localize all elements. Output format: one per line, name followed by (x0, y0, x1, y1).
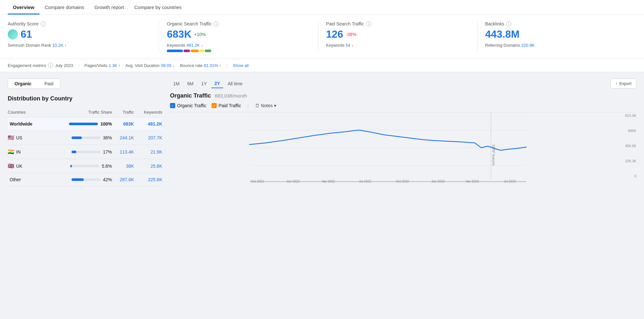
main-content: Organic Paid Distribution by Country Cou… (0, 72, 644, 193)
share-bar-bg (70, 165, 99, 167)
traffic-cell: 244.1K (112, 131, 134, 145)
time-1y[interactable]: 1Y (198, 80, 210, 88)
engagement-divider-2: | (227, 63, 228, 68)
nav-compare-domains[interactable]: Compare domains (40, 0, 90, 14)
country-name-text: IN (16, 149, 21, 155)
organic-traffic-checkbox[interactable]: ✓ (170, 103, 175, 108)
share-bar-bg (71, 178, 100, 181)
svg-text:Jan 2023: Jan 2023 (431, 180, 445, 183)
keywords-cell: 225.8K (134, 173, 162, 186)
chart-title-row: Organic Traffic 683,038/month (170, 92, 636, 99)
metrics-row: Authority Score i 61 Semrush Domain Rank… (0, 15, 644, 59)
paid-traffic-checkbox[interactable]: ✓ (212, 103, 217, 108)
export-button[interactable]: ↑ Export (611, 79, 636, 89)
svg-text:Oct 2022: Oct 2022 (396, 180, 409, 183)
share-bar-fill (69, 123, 98, 125)
pages-visits-up-arrow: ↑ (118, 63, 120, 68)
nav-compare-countries[interactable]: Compare by countries (129, 0, 187, 14)
notes-button[interactable]: 🗒 Notes ▾ (255, 103, 276, 108)
top-navigation: Overview Compare domains Growth report C… (0, 0, 644, 15)
time-1m[interactable]: 1M (170, 80, 183, 88)
traffic-share-cell: 42% (46, 173, 112, 186)
svg-text:Jan 2022: Jan 2022 (287, 180, 300, 183)
right-panel: 1M 6M 1Y 2Y All time ↑ Export Organic Tr… (170, 79, 636, 186)
backlinks-value: 443.8M (485, 28, 629, 40)
chart-subtitle: 683,038/month (215, 93, 247, 99)
time-2y[interactable]: 2Y (211, 79, 223, 88)
country-name-text: Other (10, 177, 21, 182)
table-row[interactable]: 🇺🇸 US 36% 244.1K 207.7K (8, 131, 162, 145)
share-pct: 36% (103, 135, 112, 140)
table-row[interactable]: Other 42% 287.6K 225.8K (8, 173, 162, 186)
left-panel: Organic Paid Distribution by Country Cou… (8, 79, 162, 186)
kw-bar-purple (184, 50, 190, 52)
authority-circle-icon (8, 29, 18, 40)
authority-score-card: Authority Score i 61 Semrush Domain Rank… (8, 21, 159, 52)
svg-text:Jul 2023: Jul 2023 (504, 180, 516, 183)
visit-duration-metric: Avg. Visit Duration 06:05 ↓ (125, 63, 175, 68)
country-table: Countries Traffic Share Traffic Keywords… (8, 107, 162, 186)
organic-traffic-value: 683K +10% (167, 28, 310, 40)
traffic-cell: 113.4K (112, 145, 134, 159)
country-name-text: Worldwide (10, 121, 33, 127)
organic-keywords-down-arrow: ↓ (201, 43, 204, 48)
col-traffic: Traffic (112, 107, 134, 117)
organic-keywords-sub: Keywords 481.2K ↓ (167, 43, 310, 48)
organic-traffic-card: Organic Search Traffic i 683K +10% Keywo… (159, 21, 318, 52)
paid-traffic-value: 126 -38% (326, 28, 469, 40)
country-name-text: UK (16, 164, 22, 169)
country-flag: 🇬🇧 (8, 163, 14, 169)
tab-organic[interactable]: Organic (8, 79, 38, 89)
traffic-cell: 38K (112, 159, 134, 173)
table-row[interactable]: 🇬🇧 UK 5.6% 38K 25.8K (8, 159, 162, 173)
traffic-share-cell: 36% (46, 131, 112, 145)
svg-text:Jul 2022: Jul 2022 (359, 180, 371, 183)
col-countries: Countries (8, 107, 46, 117)
keyword-bars (167, 50, 310, 52)
y-axis-labels: 913.3K 685K 456.6K 228.3K 0 (619, 112, 636, 183)
backlinks-info-icon[interactable]: i (506, 21, 511, 26)
kw-bar-blue (167, 50, 183, 52)
legend-paid[interactable]: ✓ Paid Traffic (212, 103, 241, 108)
share-bar-fill (71, 151, 76, 153)
traffic-share-cell: 17% (46, 145, 112, 159)
share-pct: 42% (103, 177, 112, 182)
time-6m[interactable]: 6M (184, 80, 196, 88)
share-bar-fill (71, 136, 82, 139)
country-name-cell: 🇺🇸 US (8, 131, 46, 145)
share-bar-bg (69, 123, 98, 125)
visit-duration-down-arrow: ↓ (173, 63, 175, 68)
keywords-cell: 481.2K (134, 117, 162, 131)
traffic-share-cell: 100% (46, 117, 112, 131)
share-bar-bg (71, 136, 100, 139)
tab-paid[interactable]: Paid (38, 79, 60, 89)
nav-growth-report[interactable]: Growth report (89, 0, 129, 14)
chart-header: 1M 6M 1Y 2Y All time ↑ Export (170, 79, 636, 89)
svg-text:Apr 2023: Apr 2023 (466, 180, 479, 183)
country-name-cell: 🇬🇧 UK (8, 159, 46, 173)
notes-chevron-icon: ▾ (274, 103, 276, 108)
time-filters: 1M 6M 1Y 2Y All time (170, 79, 246, 88)
semrush-rank-up-arrow: ↑ (64, 43, 67, 48)
paid-traffic-info-icon[interactable]: i (366, 21, 371, 26)
table-row[interactable]: 🇮🇳 IN 17% 113.4K 21.9K (8, 145, 162, 159)
engagement-divider: | (78, 63, 79, 68)
nav-overview[interactable]: Overview (8, 0, 40, 14)
share-bar-bg (71, 151, 100, 153)
paid-traffic-change: -38% (346, 32, 356, 37)
engagement-info-icon[interactable]: i (48, 63, 53, 68)
country-name-text: US (16, 135, 22, 140)
kw-bar-yellow (199, 50, 204, 52)
country-flag: 🇮🇳 (8, 149, 14, 155)
authority-score-info-icon[interactable]: i (41, 21, 46, 26)
organic-traffic-change: +10% (194, 32, 206, 37)
show-all-button[interactable]: Show all (233, 63, 249, 68)
table-row[interactable]: Worldwide 100% 683K 481.2K (8, 117, 162, 131)
col-keywords: Keywords (134, 107, 162, 117)
time-all[interactable]: All time (224, 80, 246, 88)
organic-traffic-info-icon[interactable]: i (213, 21, 219, 26)
organic-paid-toggle: Organic Paid (8, 79, 60, 89)
svg-text:Oct 2021: Oct 2021 (251, 180, 264, 183)
legend-organic[interactable]: ✓ Organic Traffic (170, 103, 206, 108)
paid-traffic-label: Paid Search Traffic i (326, 21, 469, 26)
